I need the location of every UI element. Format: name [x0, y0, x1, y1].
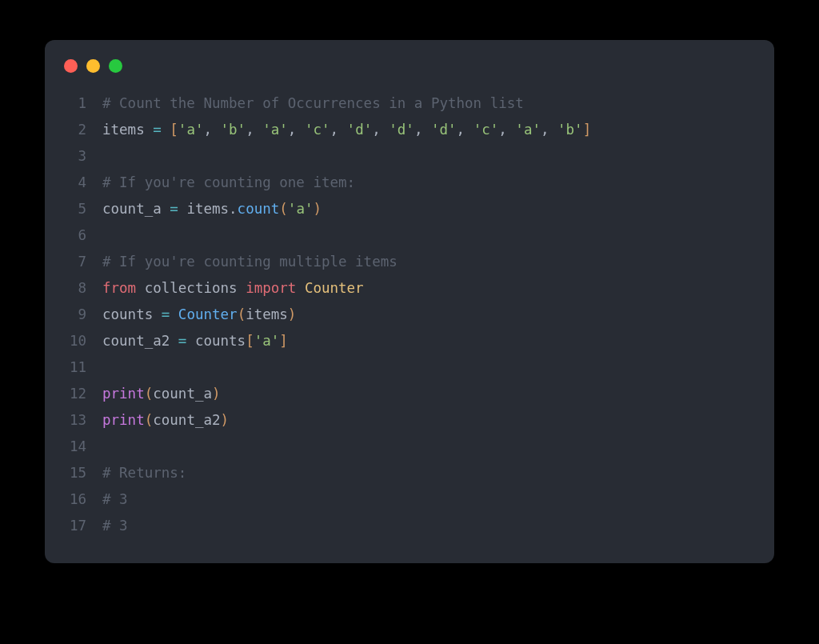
line-number: 2 [64, 117, 102, 143]
code-content: # Returns: [102, 460, 186, 486]
code-content: print(count_a) [102, 381, 221, 407]
line-number: 17 [64, 513, 102, 539]
code-line: 14 [64, 434, 755, 460]
code-content [102, 222, 111, 249]
code-line: 10count_a2 = counts['a'] [64, 328, 755, 354]
code-content: count_a = items.count('a') [102, 196, 322, 222]
code-content: from collections import Counter [102, 275, 364, 302]
code-window: 1# Count the Number of Occurrences in a … [45, 40, 774, 563]
minimize-icon[interactable] [86, 59, 100, 73]
code-line: 8from collections import Counter [64, 275, 755, 302]
code-line: 3 [64, 143, 755, 170]
line-number: 8 [64, 275, 102, 302]
code-line: 9counts = Counter(items) [64, 302, 755, 328]
code-content [102, 143, 111, 170]
code-content: count_a2 = counts['a'] [102, 328, 288, 354]
line-number: 10 [64, 328, 102, 354]
code-line: 11 [64, 354, 755, 381]
code-line: 7# If you're counting multiple items [64, 249, 755, 275]
line-number: 6 [64, 222, 102, 249]
code-line: 6 [64, 222, 755, 249]
line-number: 4 [64, 170, 102, 196]
code-editor[interactable]: 1# Count the Number of Occurrences in a … [45, 90, 774, 539]
line-number: 11 [64, 354, 102, 381]
code-line: 1# Count the Number of Occurrences in a … [64, 90, 755, 117]
line-number: 5 [64, 196, 102, 222]
code-content: # 3 [102, 513, 128, 539]
window-titlebar [45, 59, 774, 90]
code-line: 4# If you're counting one item: [64, 170, 755, 196]
line-number: 3 [64, 143, 102, 170]
code-line: 16# 3 [64, 486, 755, 513]
line-number: 1 [64, 90, 102, 117]
code-line: 5count_a = items.count('a') [64, 196, 755, 222]
code-content: # 3 [102, 486, 128, 513]
code-content: items = ['a', 'b', 'a', 'c', 'd', 'd', '… [102, 117, 591, 143]
line-number: 12 [64, 381, 102, 407]
code-content [102, 354, 111, 381]
code-line: 17# 3 [64, 513, 755, 539]
line-number: 7 [64, 249, 102, 275]
code-content: # If you're counting one item: [102, 170, 355, 196]
code-content: counts = Counter(items) [102, 302, 296, 328]
code-line: 15# Returns: [64, 460, 755, 486]
code-content: print(count_a2) [102, 407, 229, 434]
close-icon[interactable] [64, 59, 78, 73]
line-number: 13 [64, 407, 102, 434]
code-line: 12print(count_a) [64, 381, 755, 407]
line-number: 15 [64, 460, 102, 486]
line-number: 16 [64, 486, 102, 513]
maximize-icon[interactable] [109, 59, 122, 73]
code-line: 2items = ['a', 'b', 'a', 'c', 'd', 'd', … [64, 117, 755, 143]
code-content [102, 434, 111, 460]
line-number: 14 [64, 434, 102, 460]
line-number: 9 [64, 302, 102, 328]
code-line: 13print(count_a2) [64, 407, 755, 434]
code-content: # If you're counting multiple items [102, 249, 398, 275]
code-content: # Count the Number of Occurrences in a P… [102, 90, 524, 117]
